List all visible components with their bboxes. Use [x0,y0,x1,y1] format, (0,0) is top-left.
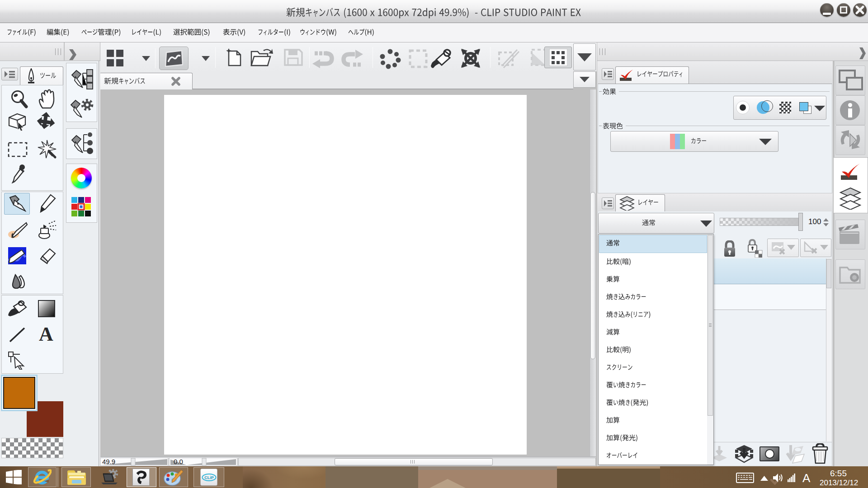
svg-text:CLiP: CLiP [204,475,214,480]
